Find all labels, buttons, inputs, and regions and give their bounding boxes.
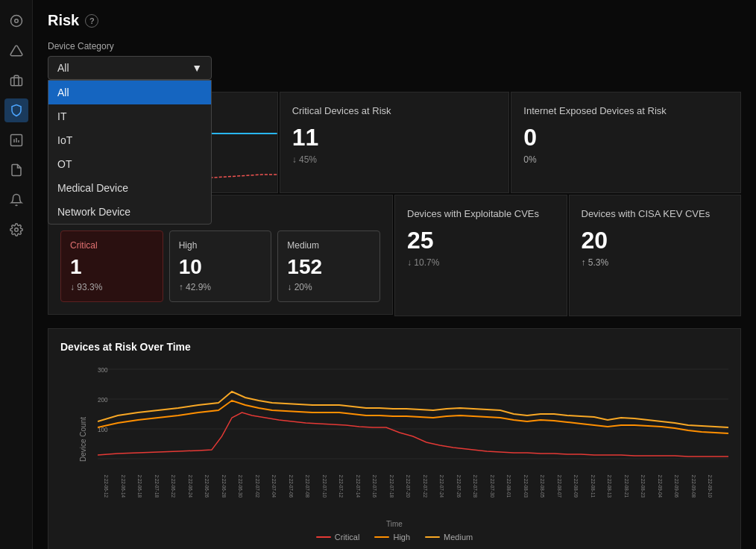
svg-text:200: 200 bbox=[98, 396, 108, 404]
critical-devices-card: Critical Devices at Risk 11 ↓ 45% bbox=[280, 92, 510, 193]
svg-text:2:22-07-18: 2:22-07-18 bbox=[154, 475, 160, 498]
exploitable-cves-value: 25 bbox=[407, 227, 555, 254]
chevron-down-icon: ▼ bbox=[192, 62, 202, 74]
svg-text:2:22-08-05: 2:22-08-05 bbox=[540, 475, 545, 498]
svg-text:2:22-08-11: 2:22-08-11 bbox=[590, 475, 596, 498]
main-content: Risk ? Device Category All ▼ All IT IoT … bbox=[33, 0, 756, 549]
svg-point-0 bbox=[10, 16, 22, 27]
device-category-dropdown: All ▼ All IT IoT OT Medical Device Netwo… bbox=[48, 56, 212, 80]
svg-text:2:22-09-04: 2:22-09-04 bbox=[658, 475, 663, 498]
severity-high-label: High bbox=[179, 240, 262, 251]
svg-point-4 bbox=[14, 228, 18, 232]
filter-section: Device Category All ▼ All IT IoT OT Medi… bbox=[48, 41, 741, 80]
svg-text:2:22-07-12: 2:22-07-12 bbox=[338, 475, 344, 498]
svg-text:2:22-07-04: 2:22-07-04 bbox=[271, 475, 277, 498]
svg-text:2:22-07-14: 2:22-07-14 bbox=[356, 475, 361, 498]
svg-rect-2 bbox=[10, 78, 22, 86]
cisa-kev-value: 20 bbox=[582, 227, 729, 254]
severity-critical-card: Critical 1 ↓ 93.3% bbox=[60, 230, 163, 302]
legend-critical-label: Critical bbox=[335, 533, 360, 542]
severity-critical-change: ↓ 93.3% bbox=[70, 282, 154, 292]
internet-exposed-change: 0% bbox=[523, 154, 728, 165]
svg-text:2:22-08-23: 2:22-08-23 bbox=[640, 475, 646, 498]
svg-text:2:22-06-22: 2:22-06-22 bbox=[171, 475, 176, 498]
severity-high-change: ↑ 42.9% bbox=[179, 282, 262, 292]
svg-text:300: 300 bbox=[98, 366, 108, 374]
cisa-kev-change: ↑ 5.3% bbox=[582, 257, 729, 268]
severity-high-value: 10 bbox=[179, 255, 262, 279]
svg-text:2:22-07-18: 2:22-07-18 bbox=[389, 475, 394, 498]
svg-text:2:22-06-18: 2:22-06-18 bbox=[137, 475, 142, 498]
svg-text:2:22-08-13: 2:22-08-13 bbox=[607, 475, 612, 498]
svg-text:2:22-07-16: 2:22-07-16 bbox=[372, 475, 377, 498]
svg-text:2:22-07-30: 2:22-07-30 bbox=[490, 475, 495, 498]
svg-text:2:22-06-26: 2:22-06-26 bbox=[204, 475, 210, 498]
svg-text:2:22-06-28: 2:22-06-28 bbox=[221, 475, 227, 498]
sidebar-icon-home[interactable] bbox=[4, 9, 28, 33]
critical-devices-value: 11 bbox=[292, 124, 497, 151]
internet-exposed-title: Internet Exposed Devices at Risk bbox=[523, 104, 728, 118]
severity-critical-value: 1 bbox=[70, 255, 154, 279]
x-axis-svg: 2:22-06-12 2:22-06-14 2:22-06-18 2:22-07… bbox=[98, 469, 728, 514]
time-chart-title: Devices at Risk Over Time bbox=[60, 341, 728, 353]
dropdown-toggle[interactable]: All ▼ bbox=[48, 56, 212, 80]
help-icon[interactable]: ? bbox=[85, 14, 98, 28]
sidebar bbox=[0, 0, 33, 549]
sidebar-icon-shield[interactable] bbox=[4, 98, 28, 122]
legend-high-line bbox=[374, 536, 389, 538]
severity-medium-value: 152 bbox=[287, 255, 371, 279]
legend-medium: Medium bbox=[425, 533, 473, 542]
svg-text:2:22-09-10: 2:22-09-10 bbox=[708, 475, 713, 498]
svg-text:2:22-07-10: 2:22-07-10 bbox=[322, 475, 327, 498]
y-axis-label: Device Count bbox=[79, 417, 87, 462]
svg-text:2:22-08-07: 2:22-08-07 bbox=[557, 475, 562, 498]
dropdown-item-ot[interactable]: OT bbox=[48, 152, 211, 176]
dropdown-item-it[interactable]: IT bbox=[48, 104, 211, 128]
critical-devices-change: ↓ 45% bbox=[292, 154, 497, 165]
svg-text:2:22-07-26: 2:22-07-26 bbox=[456, 475, 462, 498]
svg-text:2:22-07-06: 2:22-07-06 bbox=[289, 475, 294, 498]
svg-text:2:22-07-22: 2:22-07-22 bbox=[423, 475, 428, 498]
cisa-kev-title: Devices with CISA KEV CVEs bbox=[582, 207, 729, 221]
severity-cards: Critical 1 ↓ 93.3% High 10 ↑ 42.9% Mediu… bbox=[60, 230, 380, 302]
severity-medium-change: ↓ 20% bbox=[287, 282, 371, 292]
legend-critical-line bbox=[316, 536, 331, 538]
sidebar-icon-doc[interactable] bbox=[4, 158, 28, 182]
dropdown-selected-value: All bbox=[57, 62, 69, 74]
svg-text:2:22-07-24: 2:22-07-24 bbox=[439, 475, 444, 498]
severity-critical-label: Critical bbox=[70, 240, 154, 251]
sidebar-icon-alert[interactable] bbox=[4, 39, 28, 63]
svg-point-1 bbox=[14, 19, 18, 23]
time-chart-svg: 300 200 100 bbox=[98, 362, 728, 466]
dropdown-item-medical[interactable]: Medical Device bbox=[48, 176, 211, 200]
internet-exposed-card: Internet Exposed Devices at Risk 0 0% bbox=[511, 92, 741, 193]
dropdown-item-iot[interactable]: IoT bbox=[48, 128, 211, 152]
svg-text:2:22-08-03: 2:22-08-03 bbox=[523, 475, 529, 498]
svg-text:2:22-08-21: 2:22-08-21 bbox=[624, 475, 629, 498]
critical-devices-title: Critical Devices at Risk bbox=[292, 104, 497, 118]
sidebar-icon-chart[interactable] bbox=[4, 128, 28, 152]
sidebar-icon-box[interactable] bbox=[4, 69, 28, 92]
svg-text:2:22-07-02: 2:22-07-02 bbox=[255, 475, 260, 498]
chart-legend: Critical High Medium bbox=[60, 533, 728, 542]
svg-text:2:22-06-14: 2:22-06-14 bbox=[121, 475, 126, 498]
dropdown-menu: All IT IoT OT Medical Device Network Dev… bbox=[48, 80, 212, 225]
svg-text:2:22-09-06: 2:22-09-06 bbox=[674, 475, 679, 498]
svg-text:2:22-06-24: 2:22-06-24 bbox=[188, 475, 193, 498]
dropdown-item-network[interactable]: Network Device bbox=[48, 200, 211, 224]
time-chart-section: Devices at Risk Over Time Device Count 3… bbox=[48, 328, 741, 549]
legend-high: High bbox=[374, 533, 410, 542]
page-title: Risk bbox=[48, 12, 79, 29]
internet-exposed-value: 0 bbox=[523, 124, 728, 151]
dropdown-item-all[interactable]: All bbox=[48, 81, 211, 104]
severity-medium-label: Medium bbox=[287, 240, 371, 251]
svg-text:2:22-08-09: 2:22-08-09 bbox=[573, 475, 579, 498]
svg-text:2:22-07-08: 2:22-07-08 bbox=[305, 475, 310, 498]
sidebar-icon-gear[interactable] bbox=[4, 218, 28, 242]
sidebar-icon-bell[interactable] bbox=[4, 188, 28, 212]
filter-label: Device Category bbox=[48, 41, 741, 51]
exploitable-cves-card: Devices with Exploitable CVEs 25 ↓ 10.7% bbox=[394, 195, 567, 316]
svg-text:2:22-06-12: 2:22-06-12 bbox=[104, 475, 109, 498]
svg-text:2:22-07-20: 2:22-07-20 bbox=[406, 475, 411, 498]
x-axis-label: Time bbox=[60, 520, 728, 528]
